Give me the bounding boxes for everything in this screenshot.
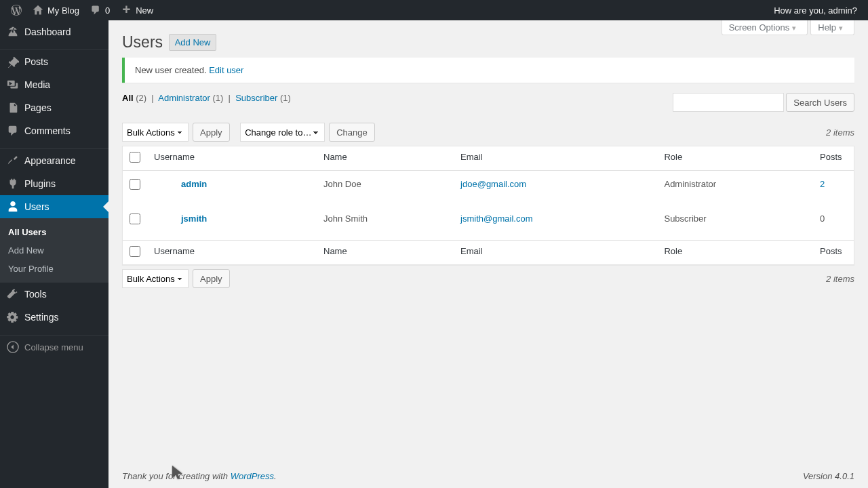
col-name[interactable]: Name [317,146,454,171]
items-count-bottom: 2 items [826,274,854,284]
footer-version: Version 4.0.1 [803,471,854,481]
col-username-foot: Username [147,240,317,264]
submenu-add-new[interactable]: Add New [0,241,108,260]
sidebar-item-media[interactable]: Media [0,73,108,96]
new-label: New [136,5,153,16]
filter-administrator[interactable]: Administrator [158,93,210,103]
sidebar-item-users[interactable]: Users [0,195,108,218]
comment-icon [90,5,101,16]
table-row: adminJohn Doejdoe@gmail.comAdministrator… [123,171,854,205]
settings-icon [7,311,19,323]
plugin-icon [7,178,19,190]
appearance-icon [7,155,19,167]
select-all-bottom[interactable] [130,246,140,257]
success-notice: New user created. Edit user [122,58,854,83]
col-email[interactable]: Email [454,146,657,171]
select-all-top[interactable] [130,152,140,163]
media-icon [7,79,19,91]
apply-button-top[interactable]: Apply [193,123,230,142]
help-button[interactable]: Help [810,20,854,35]
filter-subscriber[interactable]: Subscriber [235,93,277,103]
user-role: Subscriber [657,205,813,240]
bulk-actions-select-top[interactable]: Bulk Actions [122,123,189,142]
items-count-top: 2 items [826,127,854,138]
wordpress-link[interactable]: WordPress [231,471,274,481]
notice-text: New user created. [135,65,207,75]
col-role[interactable]: Role [657,146,813,171]
user-posts: 0 [820,214,825,224]
edit-user-link[interactable]: Edit user [209,65,243,75]
select-row[interactable] [130,214,140,224]
sidebar-item-tools[interactable]: Tools [0,283,108,306]
collapse-icon [7,341,19,353]
col-posts[interactable]: Posts [813,146,854,171]
submenu-all-users[interactable]: All Users [0,223,108,241]
search-users-input[interactable] [673,93,784,112]
sidebar-item-pages[interactable]: Pages [0,96,108,119]
user-username-link[interactable]: jsmith [181,214,207,224]
sidebar-item-appearance[interactable]: Appearance [0,149,108,172]
screen-options-button[interactable]: Screen Options [722,20,808,35]
plus-icon [121,5,132,16]
wordpress-icon [11,5,22,16]
user-name: John Doe [317,171,454,205]
sidebar-item-posts[interactable]: Posts [0,50,108,73]
site-name-link[interactable]: My Blog [27,0,85,20]
select-row[interactable] [130,179,140,190]
filter-all[interactable]: All [122,93,134,103]
sidebar-item-dashboard[interactable]: Dashboard [0,20,108,43]
user-icon [7,201,19,213]
user-role: Administrator [657,171,813,205]
new-content-link[interactable]: New [115,0,159,20]
table-row: jsmithJohn Smithjsmith@gmail.comSubscrib… [123,205,854,240]
submenu-your-profile[interactable]: Your Profile [0,260,108,278]
comments-icon [7,125,19,137]
site-name: My Blog [47,5,79,16]
tools-icon [7,288,19,300]
comments-link[interactable]: 0 [85,0,115,20]
user-email-link[interactable]: jdoe@gmail.com [460,179,526,189]
add-new-button[interactable]: Add New [169,34,217,51]
page-title: Users [122,27,163,54]
user-posts-link[interactable]: 2 [820,179,825,189]
footer-thankyou: Thank you for creating with WordPress. [122,471,277,481]
user-username-link[interactable]: admin [181,179,207,189]
search-users-button[interactable]: Search Users [786,93,854,112]
col-posts-foot: Posts [813,240,854,264]
collapse-menu[interactable]: Collapse menu [0,336,108,359]
col-email-foot: Email [454,240,657,264]
sidebar-item-comments[interactable]: Comments [0,119,108,142]
page-icon [7,102,19,114]
user-email-link[interactable]: jsmith@gmail.com [460,214,532,224]
change-button[interactable]: Change [329,123,375,142]
sidebar-item-settings[interactable]: Settings [0,306,108,329]
apply-button-bottom[interactable]: Apply [193,269,230,288]
col-name-foot: Name [317,240,454,264]
home-icon [33,5,43,16]
col-username[interactable]: Username [147,146,317,171]
greeting: How are you, admin? [774,5,857,16]
wp-logo[interactable] [5,0,27,20]
dashboard-icon [7,26,19,38]
pin-icon [7,56,19,68]
sidebar-item-plugins[interactable]: Plugins [0,172,108,195]
bulk-actions-select-bottom[interactable]: Bulk Actions [122,269,189,288]
change-role-select[interactable]: Change role to… [240,123,325,142]
my-account-link[interactable]: How are you, admin? [768,0,863,20]
col-role-foot: Role [657,240,813,264]
comments-count: 0 [105,5,110,16]
user-name: John Smith [317,205,454,240]
